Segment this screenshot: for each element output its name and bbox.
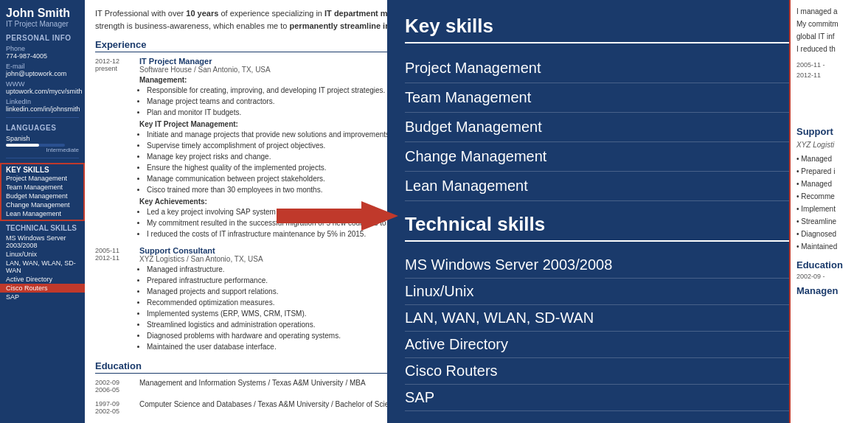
phone-value: 774-987-4005 — [6, 52, 79, 60]
zoom-tech-linux: Linux/Unix — [405, 279, 850, 305]
edu-1-date-end: 2006-05 — [95, 386, 119, 394]
zoom-key-skills-title: Key skills — [405, 15, 850, 43]
divider-2 — [6, 158, 79, 158]
sidebar-skill-project: Project Management — [6, 174, 79, 183]
zoom-skill-change: Change Management — [405, 142, 850, 172]
candidate-title: IT Project Manager — [6, 20, 79, 28]
zoom-tech-lan: LAN, WAN, WLAN, SD-WAN — [405, 305, 850, 332]
right-line-5: • Streamline — [796, 216, 862, 227]
job-2-date-end: 2012-11 — [95, 254, 119, 262]
job-1-date-end: present — [95, 65, 117, 72]
zoom-tech-sap: SAP — [405, 385, 850, 411]
edu-2-date-start: 1997-09 — [95, 400, 119, 408]
job-1-date-start: 2012-12 — [95, 57, 119, 65]
right-line-0: • Managed — [796, 153, 862, 164]
job-2-date-start: 2005-11 — [95, 247, 119, 254]
zoom-skill-lean: Lean Management — [405, 172, 850, 201]
zoom-tech-skills-title: Technical skills — [405, 213, 850, 242]
tech-sap: SAP — [6, 293, 79, 301]
right-text-3: global IT inf — [796, 31, 862, 42]
right-date-2: 2012-11 — [796, 71, 862, 81]
right-panel: I managed a My commitm global IT inf I r… — [789, 0, 868, 423]
candidate-name: John Smith — [6, 6, 79, 20]
key-skills-label: Key skills — [6, 166, 79, 174]
right-support-title: Support — [796, 125, 862, 139]
arrow-overlay — [277, 197, 398, 234]
www-value: uptowork.com/mycv/smith — [6, 88, 79, 95]
language-name: Spanish — [6, 135, 79, 142]
edu-2-date-end: 2002-05 — [95, 408, 119, 415]
sidebar-skill-team: Team Management — [6, 183, 79, 192]
technical-skills-section: Technical skills MS Windows Server 2003/… — [6, 224, 79, 301]
right-company: XYZ Logisti — [796, 139, 862, 150]
tech-cisco: Cisco Routers — [0, 284, 85, 293]
tech-skills-label: Technical skills — [6, 224, 79, 232]
right-text-1: I managed a — [796, 6, 862, 17]
personal-info-label: Personal Info — [6, 34, 79, 42]
edu-2-date: 1997-09 2002-05 — [95, 399, 139, 415]
sidebar-skill-lean: Lean Management — [6, 209, 79, 218]
phone-label: Phone — [6, 45, 79, 52]
www-label: WWW — [6, 80, 79, 88]
tech-linux: Linux/Unix — [6, 250, 79, 259]
right-line-1: • Prepared i — [796, 166, 862, 177]
right-line-2: • Managed — [796, 178, 862, 189]
zoom-skill-budget: Budget Management — [405, 113, 850, 142]
linkedin-value: linkedin.com/in/johnsmith — [6, 105, 79, 113]
edu-1-date-start: 2002-09 — [95, 379, 119, 386]
sidebar-skill-change: Change Management — [6, 200, 79, 209]
zoom-skill-team: Team Management — [405, 83, 850, 113]
red-arrow-icon — [277, 197, 398, 234]
languages-label: Languages — [6, 124, 79, 132]
right-line-6: • Diagnosed — [796, 228, 862, 240]
right-text-2: My commitm — [796, 18, 862, 29]
edu-1-date: 2002-09 2006-05 — [95, 378, 139, 394]
job-1-date: 2012-12 present — [95, 57, 139, 240]
sidebar: John Smith IT Project Manager Personal I… — [0, 0, 85, 423]
divider-1 — [6, 117, 79, 118]
tech-lan: LAN, WAN, WLAN, SD-WAN — [6, 259, 79, 275]
right-date-1: 2005-11 - — [796, 60, 862, 71]
zoom-tech-active-directory: Active Directory — [405, 332, 850, 358]
email-value: john@uptowork.com — [6, 70, 79, 77]
zoom-tech-windows: MS Windows Server 2003/2008 — [405, 252, 850, 279]
right-line-7: • Maintained — [796, 241, 862, 252]
right-line-3: • Recomme — [796, 191, 862, 202]
zoom-skill-project: Project Management — [405, 54, 850, 83]
email-label: E-mail — [6, 63, 79, 70]
right-edu-title: Education — [796, 258, 862, 273]
job-2-date: 2005-11 2012-11 — [95, 246, 139, 353]
tech-windows: MS Windows Server 2003/2008 — [6, 234, 79, 250]
language-level: Intermediate — [6, 147, 79, 153]
tech-active-directory: Active Directory — [6, 275, 79, 284]
key-skills-box: Key skills Project Management Team Manag… — [0, 163, 85, 221]
right-edu-date: 2002-09 - — [796, 272, 862, 282]
right-line-4: • Implement — [796, 203, 862, 214]
right-text-4: I reduced th — [796, 43, 862, 55]
zoom-tech-cisco: Cisco Routers — [405, 358, 850, 385]
sidebar-skill-budget: Budget Management — [6, 192, 79, 200]
linkedin-label: LinkedIn — [6, 98, 79, 105]
right-edu-job: Managen — [796, 284, 862, 298]
svg-marker-0 — [277, 201, 398, 231]
